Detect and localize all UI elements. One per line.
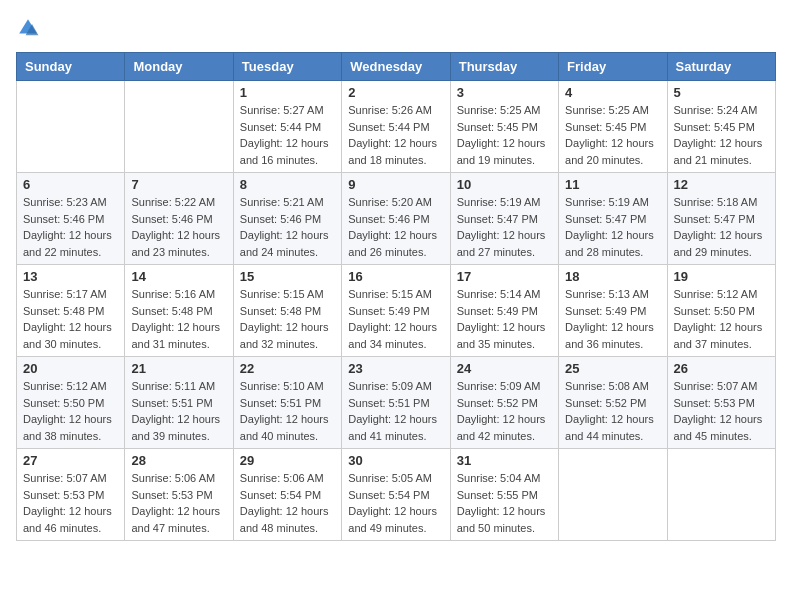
day-number: 18 (565, 269, 660, 284)
day-info: Sunrise: 5:19 AMSunset: 5:47 PMDaylight:… (457, 194, 552, 260)
day-info: Sunrise: 5:12 AMSunset: 5:50 PMDaylight:… (674, 286, 769, 352)
calendar-cell: 30Sunrise: 5:05 AMSunset: 5:54 PMDayligh… (342, 449, 450, 541)
weekday-header: Thursday (450, 53, 558, 81)
day-info: Sunrise: 5:08 AMSunset: 5:52 PMDaylight:… (565, 378, 660, 444)
day-info: Sunrise: 5:23 AMSunset: 5:46 PMDaylight:… (23, 194, 118, 260)
day-info: Sunrise: 5:27 AMSunset: 5:44 PMDaylight:… (240, 102, 335, 168)
day-info: Sunrise: 5:25 AMSunset: 5:45 PMDaylight:… (457, 102, 552, 168)
day-info: Sunrise: 5:11 AMSunset: 5:51 PMDaylight:… (131, 378, 226, 444)
logo (16, 16, 44, 40)
calendar-cell: 9Sunrise: 5:20 AMSunset: 5:46 PMDaylight… (342, 173, 450, 265)
calendar-cell (17, 81, 125, 173)
day-number: 28 (131, 453, 226, 468)
calendar-cell: 15Sunrise: 5:15 AMSunset: 5:48 PMDayligh… (233, 265, 341, 357)
day-number: 24 (457, 361, 552, 376)
day-number: 16 (348, 269, 443, 284)
day-info: Sunrise: 5:07 AMSunset: 5:53 PMDaylight:… (674, 378, 769, 444)
day-info: Sunrise: 5:04 AMSunset: 5:55 PMDaylight:… (457, 470, 552, 536)
calendar-week-row: 27Sunrise: 5:07 AMSunset: 5:53 PMDayligh… (17, 449, 776, 541)
calendar-cell: 21Sunrise: 5:11 AMSunset: 5:51 PMDayligh… (125, 357, 233, 449)
calendar-cell: 13Sunrise: 5:17 AMSunset: 5:48 PMDayligh… (17, 265, 125, 357)
calendar-cell: 24Sunrise: 5:09 AMSunset: 5:52 PMDayligh… (450, 357, 558, 449)
day-info: Sunrise: 5:17 AMSunset: 5:48 PMDaylight:… (23, 286, 118, 352)
day-number: 31 (457, 453, 552, 468)
day-number: 2 (348, 85, 443, 100)
day-number: 10 (457, 177, 552, 192)
day-number: 17 (457, 269, 552, 284)
calendar-table: SundayMondayTuesdayWednesdayThursdayFrid… (16, 52, 776, 541)
calendar-cell: 28Sunrise: 5:06 AMSunset: 5:53 PMDayligh… (125, 449, 233, 541)
day-number: 27 (23, 453, 118, 468)
day-number: 5 (674, 85, 769, 100)
calendar-cell (125, 81, 233, 173)
day-number: 12 (674, 177, 769, 192)
day-info: Sunrise: 5:18 AMSunset: 5:47 PMDaylight:… (674, 194, 769, 260)
day-number: 22 (240, 361, 335, 376)
calendar-cell: 23Sunrise: 5:09 AMSunset: 5:51 PMDayligh… (342, 357, 450, 449)
day-info: Sunrise: 5:16 AMSunset: 5:48 PMDaylight:… (131, 286, 226, 352)
day-info: Sunrise: 5:05 AMSunset: 5:54 PMDaylight:… (348, 470, 443, 536)
calendar-cell: 12Sunrise: 5:18 AMSunset: 5:47 PMDayligh… (667, 173, 775, 265)
logo-icon (16, 16, 40, 40)
calendar-cell: 5Sunrise: 5:24 AMSunset: 5:45 PMDaylight… (667, 81, 775, 173)
weekday-header: Saturday (667, 53, 775, 81)
calendar-cell: 3Sunrise: 5:25 AMSunset: 5:45 PMDaylight… (450, 81, 558, 173)
calendar-cell: 16Sunrise: 5:15 AMSunset: 5:49 PMDayligh… (342, 265, 450, 357)
day-number: 1 (240, 85, 335, 100)
calendar-cell: 10Sunrise: 5:19 AMSunset: 5:47 PMDayligh… (450, 173, 558, 265)
day-info: Sunrise: 5:26 AMSunset: 5:44 PMDaylight:… (348, 102, 443, 168)
calendar-cell: 31Sunrise: 5:04 AMSunset: 5:55 PMDayligh… (450, 449, 558, 541)
day-info: Sunrise: 5:15 AMSunset: 5:49 PMDaylight:… (348, 286, 443, 352)
calendar-week-row: 20Sunrise: 5:12 AMSunset: 5:50 PMDayligh… (17, 357, 776, 449)
day-number: 30 (348, 453, 443, 468)
page-header (16, 16, 776, 40)
calendar-cell: 1Sunrise: 5:27 AMSunset: 5:44 PMDaylight… (233, 81, 341, 173)
calendar-cell: 26Sunrise: 5:07 AMSunset: 5:53 PMDayligh… (667, 357, 775, 449)
day-info: Sunrise: 5:09 AMSunset: 5:52 PMDaylight:… (457, 378, 552, 444)
day-info: Sunrise: 5:13 AMSunset: 5:49 PMDaylight:… (565, 286, 660, 352)
calendar-cell: 6Sunrise: 5:23 AMSunset: 5:46 PMDaylight… (17, 173, 125, 265)
day-number: 20 (23, 361, 118, 376)
day-number: 3 (457, 85, 552, 100)
day-info: Sunrise: 5:14 AMSunset: 5:49 PMDaylight:… (457, 286, 552, 352)
calendar-cell: 4Sunrise: 5:25 AMSunset: 5:45 PMDaylight… (559, 81, 667, 173)
weekday-header: Friday (559, 53, 667, 81)
weekday-header: Sunday (17, 53, 125, 81)
calendar-cell: 2Sunrise: 5:26 AMSunset: 5:44 PMDaylight… (342, 81, 450, 173)
calendar-cell: 25Sunrise: 5:08 AMSunset: 5:52 PMDayligh… (559, 357, 667, 449)
calendar-cell: 14Sunrise: 5:16 AMSunset: 5:48 PMDayligh… (125, 265, 233, 357)
calendar-cell: 22Sunrise: 5:10 AMSunset: 5:51 PMDayligh… (233, 357, 341, 449)
day-number: 8 (240, 177, 335, 192)
weekday-header: Wednesday (342, 53, 450, 81)
day-info: Sunrise: 5:07 AMSunset: 5:53 PMDaylight:… (23, 470, 118, 536)
calendar-cell: 8Sunrise: 5:21 AMSunset: 5:46 PMDaylight… (233, 173, 341, 265)
day-number: 15 (240, 269, 335, 284)
calendar-cell (559, 449, 667, 541)
calendar-header-row: SundayMondayTuesdayWednesdayThursdayFrid… (17, 53, 776, 81)
day-info: Sunrise: 5:06 AMSunset: 5:54 PMDaylight:… (240, 470, 335, 536)
day-info: Sunrise: 5:19 AMSunset: 5:47 PMDaylight:… (565, 194, 660, 260)
calendar-cell: 20Sunrise: 5:12 AMSunset: 5:50 PMDayligh… (17, 357, 125, 449)
day-info: Sunrise: 5:10 AMSunset: 5:51 PMDaylight:… (240, 378, 335, 444)
day-number: 19 (674, 269, 769, 284)
calendar-cell: 19Sunrise: 5:12 AMSunset: 5:50 PMDayligh… (667, 265, 775, 357)
calendar-cell: 17Sunrise: 5:14 AMSunset: 5:49 PMDayligh… (450, 265, 558, 357)
calendar-week-row: 13Sunrise: 5:17 AMSunset: 5:48 PMDayligh… (17, 265, 776, 357)
calendar-cell: 18Sunrise: 5:13 AMSunset: 5:49 PMDayligh… (559, 265, 667, 357)
day-number: 4 (565, 85, 660, 100)
day-number: 25 (565, 361, 660, 376)
day-number: 26 (674, 361, 769, 376)
day-number: 9 (348, 177, 443, 192)
day-info: Sunrise: 5:09 AMSunset: 5:51 PMDaylight:… (348, 378, 443, 444)
day-number: 14 (131, 269, 226, 284)
calendar-cell: 27Sunrise: 5:07 AMSunset: 5:53 PMDayligh… (17, 449, 125, 541)
day-info: Sunrise: 5:20 AMSunset: 5:46 PMDaylight:… (348, 194, 443, 260)
day-number: 7 (131, 177, 226, 192)
day-number: 29 (240, 453, 335, 468)
day-info: Sunrise: 5:15 AMSunset: 5:48 PMDaylight:… (240, 286, 335, 352)
day-info: Sunrise: 5:24 AMSunset: 5:45 PMDaylight:… (674, 102, 769, 168)
weekday-header: Tuesday (233, 53, 341, 81)
day-info: Sunrise: 5:25 AMSunset: 5:45 PMDaylight:… (565, 102, 660, 168)
day-info: Sunrise: 5:21 AMSunset: 5:46 PMDaylight:… (240, 194, 335, 260)
weekday-header: Monday (125, 53, 233, 81)
